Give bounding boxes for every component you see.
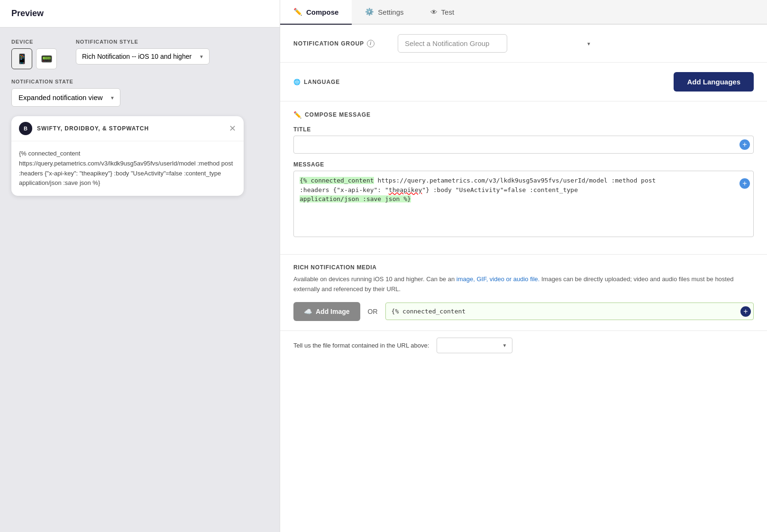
notif-style-section: NOTIFICATION STYLE Rich Notification -- … bbox=[76, 39, 210, 64]
notif-state-select[interactable]: Expanded notification view bbox=[11, 88, 120, 107]
file-format-select[interactable] bbox=[437, 338, 512, 353]
notification-group-select[interactable]: Select a Notification Group bbox=[398, 34, 507, 53]
title-plus-button[interactable]: + bbox=[740, 139, 750, 150]
file-format-select-wrapper bbox=[437, 338, 512, 353]
right-panel: ✏️ Compose ⚙️ Settings 👁 Test NOTIFICATI… bbox=[280, 0, 767, 532]
message-plus-button[interactable]: + bbox=[740, 178, 750, 189]
right-content: NOTIFICATION GROUP i Select a Notificati… bbox=[280, 25, 767, 532]
tab-settings[interactable]: ⚙️ Settings bbox=[352, 0, 417, 25]
preview-card-body: {% connected_content https://query.petam… bbox=[11, 141, 244, 196]
close-icon[interactable]: ✕ bbox=[229, 123, 236, 134]
left-panel: Preview DEVICE 📱 📟 NOTIFICATION STYLE Ri… bbox=[0, 0, 280, 532]
compose-message-title: ✏️ COMPOSE MESSAGE bbox=[293, 111, 754, 119]
add-image-row: ☁️ Add Image OR + bbox=[293, 302, 754, 321]
api-key-text: theapikey bbox=[389, 186, 422, 193]
notif-state-label: NOTIFICATION STATE bbox=[11, 79, 268, 84]
add-image-label: Add Image bbox=[316, 308, 350, 315]
rich-media-section: RICH NOTIFICATION MEDIA Available on dev… bbox=[280, 255, 767, 331]
preview-card-header: B SWIFTY, DROIDBOY, & STOPWATCH ✕ bbox=[11, 116, 244, 141]
info-icon[interactable]: i bbox=[367, 40, 374, 47]
notification-group-label-wrapper: NOTIFICATION GROUP i bbox=[293, 40, 388, 47]
left-content: DEVICE 📱 📟 NOTIFICATION STYLE Rich Notif… bbox=[0, 28, 280, 532]
add-image-button[interactable]: ☁️ Add Image bbox=[293, 302, 360, 321]
tab-test[interactable]: 👁 Test bbox=[417, 0, 468, 25]
phone-device-btn[interactable]: 📱 bbox=[11, 48, 32, 69]
preview-body-text: {% connected_content https://query.petam… bbox=[19, 150, 233, 186]
connected-content-highlight: {% connected_content bbox=[300, 177, 374, 184]
message-input-wrapper: {% connected_content https://query.petam… bbox=[293, 171, 754, 237]
notification-group-select-wrapper: Select a Notification Group bbox=[398, 34, 597, 53]
url-input-wrapper: + bbox=[385, 303, 754, 320]
device-label: DEVICE bbox=[11, 39, 57, 45]
tab-test-label: Test bbox=[441, 8, 455, 16]
notification-group-label: NOTIFICATION GROUP bbox=[293, 40, 364, 47]
add-languages-button[interactable]: Add Languages bbox=[674, 72, 754, 92]
rich-media-desc: Available on devices running iOS 10 and … bbox=[293, 275, 754, 294]
url-input[interactable] bbox=[385, 303, 754, 320]
notification-group-row: NOTIFICATION GROUP i Select a Notificati… bbox=[280, 25, 767, 63]
tab-compose[interactable]: ✏️ Compose bbox=[280, 0, 352, 25]
compose-message-section: ✏️ COMPOSE MESSAGE TITLE + MESSAGE {% co… bbox=[280, 101, 767, 255]
settings-icon: ⚙️ bbox=[365, 8, 374, 16]
language-label-wrapper: 🌐 LANGUAGE bbox=[293, 79, 388, 85]
message-text-3: application/json :save json %} bbox=[300, 195, 411, 202]
rich-media-link[interactable]: image, GIF, video or audio file. bbox=[457, 275, 540, 283]
url-plus-button[interactable]: + bbox=[740, 306, 751, 317]
rich-media-desc-text1: Available on devices running iOS 10 and … bbox=[293, 275, 457, 283]
upload-icon: ☁️ bbox=[304, 308, 312, 315]
preview-header: Preview bbox=[0, 0, 280, 28]
title-input[interactable] bbox=[293, 136, 754, 154]
preview-title: Preview bbox=[11, 9, 44, 18]
notif-state-select-wrapper: Expanded notification view bbox=[11, 88, 120, 107]
language-label: LANGUAGE bbox=[304, 79, 340, 85]
tabs-bar: ✏️ Compose ⚙️ Settings 👁 Test bbox=[280, 0, 767, 25]
notif-style-label: NOTIFICATION STYLE bbox=[76, 39, 210, 45]
notif-state-section: NOTIFICATION STATE Expanded notification… bbox=[11, 79, 268, 107]
device-section: DEVICE 📱 📟 bbox=[11, 39, 57, 69]
device-row: DEVICE 📱 📟 NOTIFICATION STYLE Rich Notif… bbox=[11, 39, 268, 69]
message-field-label: MESSAGE bbox=[293, 161, 754, 168]
app-name: SWIFTY, DROIDBOY, & STOPWATCH bbox=[37, 125, 149, 132]
eye-icon: 👁 bbox=[430, 8, 438, 16]
tab-compose-label: Compose bbox=[306, 8, 338, 16]
preview-card: B SWIFTY, DROIDBOY, & STOPWATCH ✕ {% con… bbox=[11, 116, 244, 196]
message-text-1: https://query.petametrics.com/v3/lkdk9us… bbox=[377, 177, 656, 184]
rich-media-title: RICH NOTIFICATION MEDIA bbox=[293, 264, 754, 271]
message-highlighted-area[interactable]: {% connected_content https://query.petam… bbox=[293, 171, 754, 237]
compose-icon: ✏️ bbox=[293, 8, 302, 16]
notif-style-select-wrapper: Rich Notification -- iOS 10 and higher bbox=[76, 48, 210, 64]
file-format-label: Tell us the file format contained in the… bbox=[293, 342, 429, 349]
tablet-device-btn[interactable]: 📟 bbox=[36, 48, 57, 69]
app-icon: B bbox=[19, 122, 32, 135]
globe-icon: 🌐 bbox=[293, 79, 301, 85]
preview-card-header-left: B SWIFTY, DROIDBOY, & STOPWATCH bbox=[19, 122, 149, 135]
message-text-2: :headers {"x-api-key": "theapikey"} :bod… bbox=[300, 186, 578, 193]
title-field-label: TITLE bbox=[293, 126, 754, 133]
device-buttons: 📱 📟 bbox=[11, 48, 57, 69]
file-format-row: Tell us the file format contained in the… bbox=[280, 331, 767, 360]
edit-icon: ✏️ bbox=[293, 111, 302, 119]
title-input-wrapper: + bbox=[293, 136, 754, 154]
language-row: 🌐 LANGUAGE Add Languages bbox=[280, 63, 767, 101]
or-label: OR bbox=[368, 308, 378, 315]
notif-style-select[interactable]: Rich Notification -- iOS 10 and higher bbox=[76, 48, 210, 64]
tab-settings-label: Settings bbox=[378, 8, 403, 16]
